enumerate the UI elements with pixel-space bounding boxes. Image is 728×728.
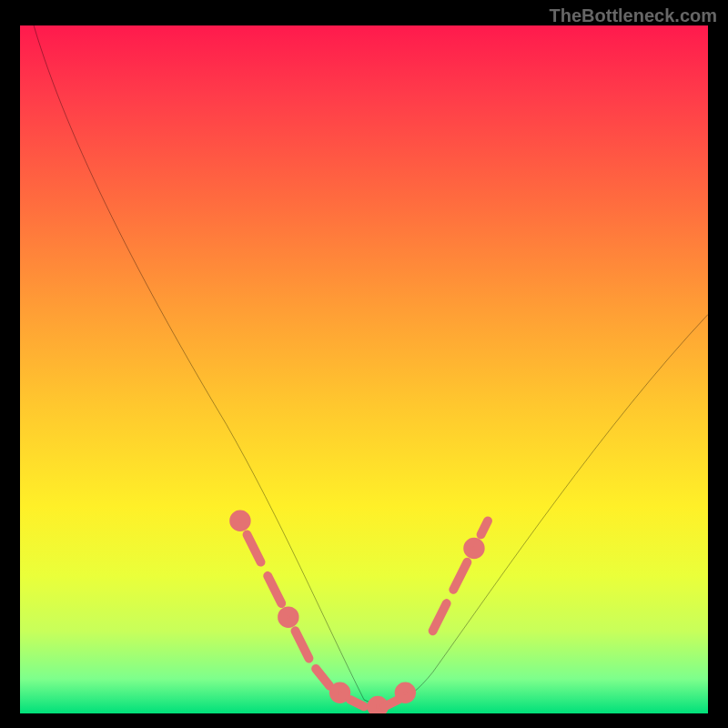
svg-line-12 [453,562,467,590]
watermark-text: TheBottleneck.com [550,5,717,26]
svg-line-9 [385,700,399,707]
svg-point-3 [282,611,295,623]
svg-line-2 [268,576,281,603]
svg-line-5 [316,669,329,686]
svg-point-0 [234,515,247,528]
svg-line-11 [433,603,447,631]
highlight-left [234,515,411,713]
svg-point-10 [399,687,412,700]
svg-line-1 [247,534,260,561]
chart-svg [20,25,708,713]
svg-line-4 [295,631,308,658]
highlight-right [433,521,488,631]
curve-path [34,25,708,705]
svg-line-7 [350,700,364,707]
svg-point-13 [468,542,480,555]
plot-area [20,25,708,713]
svg-point-6 [334,687,347,700]
svg-line-14 [481,521,489,534]
chart-container: TheBottleneck.com [0,0,728,728]
